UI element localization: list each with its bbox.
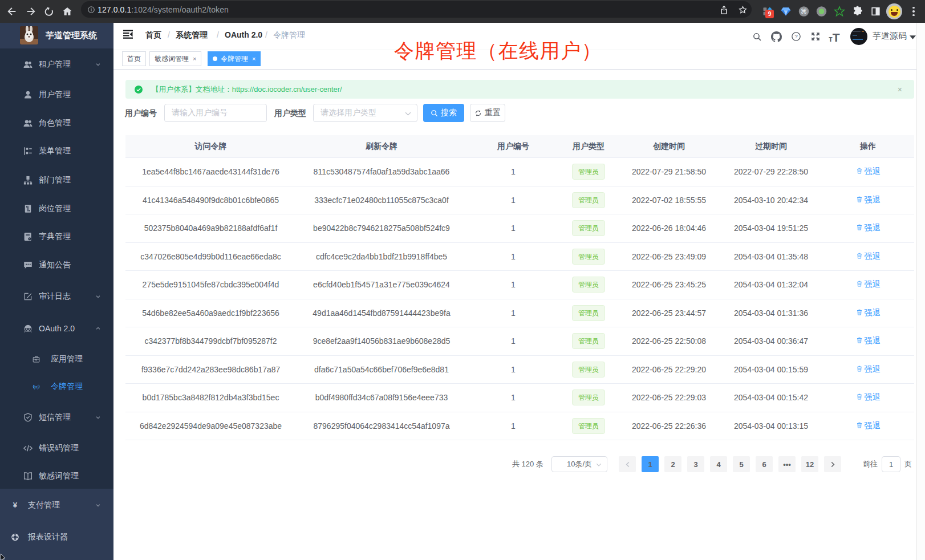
- svg-text:¥: ¥: [13, 501, 18, 510]
- svg-text:?: ?: [794, 34, 797, 39]
- svg-text:(a): (a): [34, 385, 38, 389]
- svg-text:⌘: ⌘: [801, 8, 807, 15]
